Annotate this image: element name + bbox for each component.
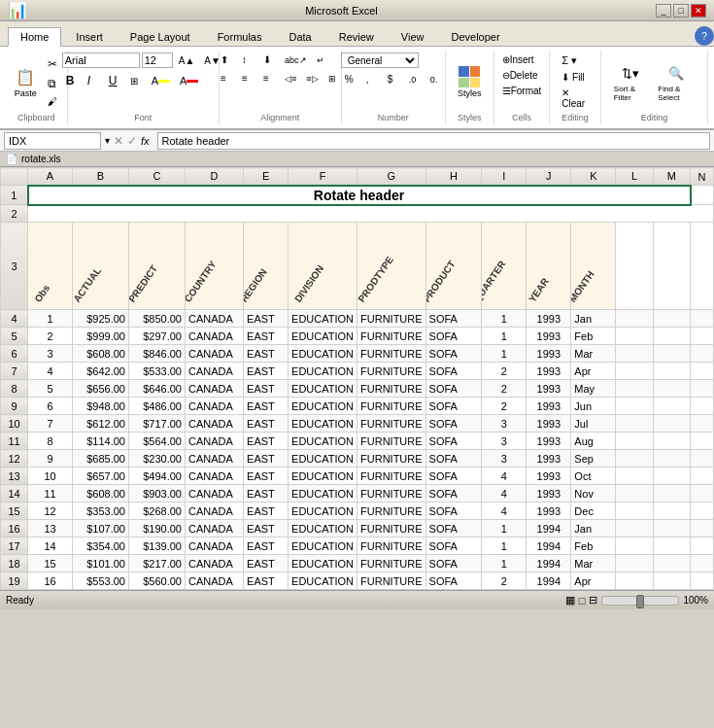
align-left-button[interactable]: ≡ xyxy=(217,71,236,86)
cell-country-7[interactable]: CANADA xyxy=(185,363,243,380)
cell-predict-11[interactable]: $564.00 xyxy=(128,433,185,450)
cell-country-19[interactable]: CANADA xyxy=(185,572,243,590)
row-header-11[interactable]: 11 xyxy=(1,433,28,450)
cell-a2[interactable] xyxy=(28,205,714,223)
cell-country-14[interactable]: CANADA xyxy=(185,485,243,503)
cell-quarter-9[interactable]: 2 xyxy=(482,398,527,415)
cell-obs-9[interactable]: 6 xyxy=(28,398,73,415)
maximize-button[interactable]: □ xyxy=(673,4,689,17)
cell-product-17[interactable]: SOFA xyxy=(425,537,482,555)
cell-quarter-11[interactable]: 3 xyxy=(482,433,527,450)
cell-prodtype-8[interactable]: FURNITURE xyxy=(357,380,426,398)
format-button[interactable]: ☰ Format xyxy=(498,84,546,98)
cell-year-13[interactable]: 1993 xyxy=(527,468,571,485)
cell-actual-19[interactable]: $553.00 xyxy=(73,572,129,590)
cell-m6[interactable] xyxy=(653,345,690,363)
cell-product-10[interactable]: SOFA xyxy=(425,415,482,433)
cell-m9[interactable] xyxy=(653,398,690,415)
cell-m13[interactable] xyxy=(653,468,690,485)
cell-obs-6[interactable]: 3 xyxy=(28,345,73,363)
increase-indent-button[interactable]: ≡▷ xyxy=(302,72,322,86)
cell-product-14[interactable]: SOFA xyxy=(425,485,482,503)
row-header-12[interactable]: 12 xyxy=(1,450,28,468)
cell-actual-14[interactable]: $608.00 xyxy=(73,485,129,503)
cell-m18[interactable] xyxy=(653,555,690,572)
cell-m15[interactable] xyxy=(653,503,690,520)
insert-button[interactable]: ⊕ Insert xyxy=(498,52,538,67)
cell-predict-18[interactable]: $217.00 xyxy=(128,555,185,572)
cell-product-16[interactable]: SOFA xyxy=(425,520,482,537)
cell-n12[interactable] xyxy=(691,450,714,468)
function-icon[interactable]: fx xyxy=(141,135,150,147)
cell-predict-4[interactable]: $850.00 xyxy=(128,310,185,328)
cell-l10[interactable] xyxy=(616,415,653,433)
cell-l12[interactable] xyxy=(616,450,653,468)
cell-prodtype-4[interactable]: FURNITURE xyxy=(357,310,426,328)
cell-prodtype-9[interactable]: FURNITURE xyxy=(357,398,426,415)
cell-obs-14[interactable]: 11 xyxy=(28,485,73,503)
cell-region-10[interactable]: EAST xyxy=(244,415,289,433)
cell-country-5[interactable]: CANADA xyxy=(185,328,243,345)
cell-m10[interactable] xyxy=(653,415,690,433)
row-header-3[interactable]: 3 xyxy=(1,223,28,310)
cell-country-15[interactable]: CANADA xyxy=(185,503,243,520)
cell-region-7[interactable]: EAST xyxy=(244,363,289,380)
cell-m8[interactable] xyxy=(653,380,690,398)
cell-region-16[interactable]: EAST xyxy=(244,520,289,537)
cell-region-8[interactable]: EAST xyxy=(244,380,289,398)
cell-l17[interactable] xyxy=(616,537,653,555)
col-header-a[interactable]: A xyxy=(28,168,73,186)
row-header-7[interactable]: 7 xyxy=(1,363,28,380)
cell-division-6[interactable]: EDUCATION xyxy=(289,345,357,363)
cell-predict-17[interactable]: $139.00 xyxy=(128,537,185,555)
cell-region-12[interactable]: EAST xyxy=(244,450,289,468)
autosum-button[interactable]: Σ ▾ xyxy=(558,52,581,69)
cell-predict-12[interactable]: $230.00 xyxy=(128,450,185,468)
cell-n16[interactable] xyxy=(691,520,714,537)
cell-quarter-8[interactable]: 2 xyxy=(482,380,527,398)
tab-page-layout[interactable]: Page Layout xyxy=(118,27,203,46)
cell-division-13[interactable]: EDUCATION xyxy=(289,468,357,485)
cell-product-18[interactable]: SOFA xyxy=(425,555,482,572)
cell-quarter-19[interactable]: 2 xyxy=(482,572,527,590)
cell-month-10[interactable]: Jul xyxy=(571,415,616,433)
cell-month-18[interactable]: Mar xyxy=(571,555,616,572)
cell-actual-10[interactable]: $612.00 xyxy=(73,415,129,433)
cell-month-13[interactable]: Oct xyxy=(571,468,616,485)
cell-division-10[interactable]: EDUCATION xyxy=(289,415,357,433)
cell-division-14[interactable]: EDUCATION xyxy=(289,485,357,503)
cell-country-18[interactable]: CANADA xyxy=(185,555,243,572)
cell-obs-11[interactable]: 8 xyxy=(28,433,73,450)
tab-view[interactable]: View xyxy=(389,27,437,46)
cell-country-6[interactable]: CANADA xyxy=(185,345,243,363)
cell-prodtype-6[interactable]: FURNITURE xyxy=(357,345,426,363)
cell-n5[interactable] xyxy=(691,328,714,345)
currency-button[interactable]: $ xyxy=(384,72,403,87)
cell-l7[interactable] xyxy=(616,363,653,380)
cell-l19[interactable] xyxy=(616,572,653,590)
cell-l5[interactable] xyxy=(616,328,653,345)
cell-obs-15[interactable]: 12 xyxy=(28,503,73,520)
cell-year-7[interactable]: 1993 xyxy=(527,363,571,380)
cell-obs-13[interactable]: 10 xyxy=(28,468,73,485)
align-middle-button[interactable]: ↕ xyxy=(238,52,257,67)
name-box[interactable] xyxy=(4,132,101,150)
row-header-10[interactable]: 10 xyxy=(1,415,28,433)
cell-l13[interactable] xyxy=(616,468,653,485)
col-header-h[interactable]: H xyxy=(425,168,482,186)
fill-button[interactable]: ⬇ Fill xyxy=(558,70,589,85)
cell-product-11[interactable]: SOFA xyxy=(425,433,482,450)
cell-country-16[interactable]: CANADA xyxy=(185,520,243,537)
cell-year-10[interactable]: 1993 xyxy=(527,415,571,433)
cell-n19[interactable] xyxy=(691,572,714,590)
col-header-b[interactable]: B xyxy=(73,168,129,186)
title-cell[interactable]: Rotate header xyxy=(28,186,691,205)
cell-division-11[interactable]: EDUCATION xyxy=(289,433,357,450)
cell-prodtype-11[interactable]: FURNITURE xyxy=(357,433,426,450)
styles-button[interactable]: Styles xyxy=(453,62,487,101)
cell-obs-4[interactable]: 1 xyxy=(28,310,73,328)
align-top-button[interactable]: ⬆ xyxy=(217,52,236,67)
cell-actual-8[interactable]: $656.00 xyxy=(73,380,129,398)
cell-obs-5[interactable]: 2 xyxy=(28,328,73,345)
comma-button[interactable]: , xyxy=(362,72,382,87)
